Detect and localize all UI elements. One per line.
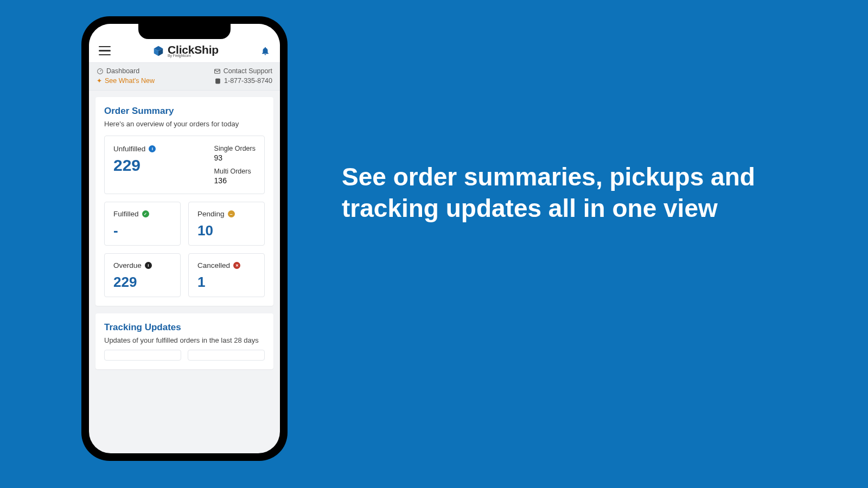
fulfilled-stat[interactable]: Fulfilled - bbox=[104, 202, 181, 246]
fulfilled-label: Fulfilled bbox=[113, 210, 139, 218]
whats-new-link[interactable]: See What's New bbox=[105, 77, 155, 85]
multi-orders-value: 136 bbox=[214, 176, 256, 185]
single-orders-value: 93 bbox=[214, 153, 256, 162]
tracking-title: Tracking Updates bbox=[104, 322, 265, 333]
info-icon bbox=[145, 262, 152, 269]
box-icon bbox=[152, 45, 164, 57]
order-summary-card: Order Summary Here's an overview of your… bbox=[95, 97, 273, 306]
support-phone[interactable]: 1-877-335-8740 bbox=[224, 77, 272, 85]
phone-frame: ClickShip By Freightcom bbox=[81, 16, 288, 461]
gauge-icon bbox=[97, 68, 104, 75]
cancelled-stat[interactable]: Cancelled 1 bbox=[188, 253, 265, 297]
overdue-value: 229 bbox=[113, 275, 171, 289]
pending-value: 10 bbox=[197, 223, 256, 237]
tracking-stat-placeholder bbox=[188, 350, 265, 361]
mail-icon bbox=[214, 68, 221, 75]
phone-notch bbox=[138, 24, 231, 39]
unfulfilled-stat[interactable]: Unfulfilled 229 Single Orders 93 Multi O… bbox=[104, 136, 265, 194]
content-area: Order Summary Here's an overview of your… bbox=[89, 91, 280, 376]
phone-icon bbox=[214, 78, 221, 85]
pending-stat[interactable]: Pending 10 bbox=[188, 202, 265, 246]
overdue-label: Overdue bbox=[113, 261, 142, 269]
order-summary-title: Order Summary bbox=[104, 106, 265, 117]
info-icon bbox=[149, 145, 156, 152]
bell-icon[interactable] bbox=[260, 46, 270, 56]
phone-screen: ClickShip By Freightcom bbox=[89, 24, 280, 453]
brand-logo[interactable]: ClickShip By Freightcom bbox=[152, 44, 219, 57]
pending-label: Pending bbox=[197, 210, 225, 218]
menu-button[interactable] bbox=[99, 46, 111, 56]
svg-rect-2 bbox=[215, 78, 220, 84]
dashboard-label: Dashboard bbox=[106, 67, 139, 75]
sub-header: Dashboard ✦ See What's New Contact Suppo… bbox=[89, 63, 280, 91]
single-orders-label: Single Orders bbox=[214, 145, 256, 152]
cancelled-value: 1 bbox=[197, 275, 256, 289]
unfulfilled-label: Unfulfilled bbox=[113, 145, 145, 153]
tracking-subtitle: Updates of your fulfilled orders in the … bbox=[104, 336, 265, 344]
fulfilled-value: - bbox=[113, 223, 171, 237]
x-icon bbox=[233, 262, 240, 269]
check-icon bbox=[142, 210, 149, 217]
overdue-stat[interactable]: Overdue 229 bbox=[104, 253, 181, 297]
unfulfilled-value: 229 bbox=[113, 157, 156, 174]
tracking-stat-placeholder bbox=[104, 350, 181, 361]
minus-icon bbox=[228, 210, 235, 217]
sparkle-icon: ✦ bbox=[97, 77, 102, 85]
tracking-updates-card: Tracking Updates Updates of your fulfill… bbox=[95, 313, 273, 369]
app-root: ClickShip By Freightcom bbox=[89, 24, 280, 453]
brand-byline: By Freightcom bbox=[168, 54, 219, 57]
marketing-headline: See order summaries, pickups and trackin… bbox=[342, 162, 792, 224]
contact-support-link[interactable]: Contact Support bbox=[224, 67, 272, 75]
order-summary-subtitle: Here's an overview of your orders for to… bbox=[104, 120, 265, 128]
cancelled-label: Cancelled bbox=[197, 261, 230, 269]
multi-orders-label: Multi Orders bbox=[214, 168, 256, 175]
